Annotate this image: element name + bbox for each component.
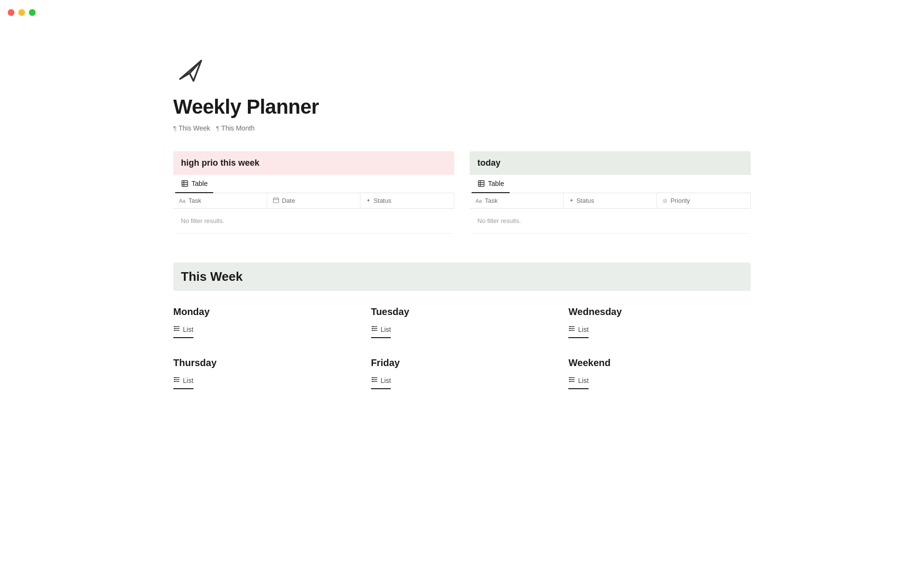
tab-list-wednesday[interactable]: List — [568, 321, 589, 338]
col-priority-today: ◎ Priority — [657, 193, 751, 208]
day-block-monday: Monday List — [173, 306, 356, 338]
day-title-thursday: Thursday — [173, 357, 356, 368]
today-tabs: Table — [470, 175, 751, 193]
svg-point-33 — [174, 377, 175, 378]
day-block-wednesday: Wednesday List — [568, 306, 751, 338]
today-columns: Aa Task ✦ Status ◎ Priority — [470, 193, 751, 209]
para-icon-2: ¶ — [216, 125, 219, 132]
day-block-friday: Friday List — [371, 357, 553, 389]
day-block-thursday: Thursday List — [173, 357, 356, 389]
svg-point-17 — [174, 330, 175, 331]
days-grid-row2: Thursday List — [173, 357, 751, 389]
page-icon — [173, 54, 207, 88]
aa-icon-1: Aa — [179, 198, 185, 204]
day-title-friday: Friday — [371, 357, 553, 368]
high-prio-section: high prio this week Table — [173, 151, 454, 234]
main-content: Weekly Planner ¶ This Week ¶ This Month … — [125, 25, 799, 457]
col-date-high-prio: Date — [267, 193, 361, 208]
date-icon-1 — [273, 197, 279, 204]
svg-point-29 — [569, 330, 570, 331]
link-this-month[interactable]: This Month — [221, 124, 255, 132]
svg-point-39 — [372, 377, 373, 378]
link-this-week[interactable]: This Week — [179, 124, 210, 132]
no-results-high-prio: No filter results. — [173, 209, 454, 234]
svg-point-45 — [569, 377, 570, 378]
table-icon-high-prio — [181, 180, 189, 187]
tab-table-high-prio[interactable]: Table — [175, 175, 213, 193]
titlebar — [0, 0, 924, 25]
svg-point-28 — [569, 328, 570, 329]
tab-list-friday[interactable]: List — [371, 372, 391, 389]
list-icon-weekend — [568, 376, 575, 384]
day-block-tuesday: Tuesday List — [371, 306, 553, 338]
para-icon-1: ¶ — [173, 125, 177, 132]
high-prio-header: high prio this week — [173, 151, 454, 175]
tab-table-today[interactable]: Table — [472, 175, 510, 193]
list-icon-friday — [371, 376, 378, 384]
priority-icon: ◎ — [663, 197, 667, 204]
col-status-today: ✦ Status — [564, 193, 657, 208]
day-title-monday: Monday — [173, 306, 356, 317]
top-grid: high prio this week Table — [173, 151, 751, 234]
svg-point-22 — [372, 328, 373, 329]
high-prio-tabs: Table — [173, 175, 454, 193]
page-title: Weekly Planner — [173, 95, 751, 118]
svg-point-15 — [174, 326, 175, 327]
tab-list-monday[interactable]: List — [173, 321, 193, 338]
col-task-today: Aa Task — [470, 193, 564, 208]
maximize-button[interactable] — [29, 9, 36, 16]
svg-rect-4 — [273, 198, 279, 203]
table-icon-today — [477, 180, 485, 187]
svg-point-23 — [372, 330, 373, 331]
tab-list-thursday[interactable]: List — [173, 372, 193, 389]
today-section: today Table Aa — [470, 151, 751, 234]
svg-point-27 — [569, 326, 570, 327]
this-week-header: This Week — [173, 263, 751, 291]
close-button[interactable] — [8, 9, 14, 16]
today-header: today — [470, 151, 751, 175]
svg-point-46 — [569, 379, 570, 380]
svg-point-16 — [174, 328, 175, 329]
this-week-section: This Week Monday — [173, 263, 751, 389]
svg-point-47 — [569, 381, 570, 382]
day-title-wednesday: Wednesday — [568, 306, 751, 317]
col-task-high-prio: Aa Task — [173, 193, 267, 208]
no-results-today: No filter results. — [470, 209, 751, 234]
list-icon-wednesday — [568, 325, 575, 333]
page-links: ¶ This Week ¶ This Month — [173, 124, 751, 132]
day-block-weekend: Weekend List — [568, 357, 751, 389]
svg-rect-0 — [182, 181, 188, 186]
day-title-tuesday: Tuesday — [371, 306, 553, 317]
list-icon-thursday — [173, 376, 180, 384]
svg-point-21 — [372, 326, 373, 327]
col-status-high-prio: ✦ Status — [360, 193, 454, 208]
minimize-button[interactable] — [18, 9, 25, 16]
high-prio-columns: Aa Task Date ✦ S — [173, 193, 454, 209]
svg-point-35 — [174, 381, 175, 382]
svg-point-40 — [372, 379, 373, 380]
day-title-weekend: Weekend — [568, 357, 751, 368]
aa-icon-2: Aa — [475, 198, 482, 204]
tab-list-weekend[interactable]: List — [568, 372, 589, 389]
tab-list-tuesday[interactable]: List — [371, 321, 391, 338]
svg-point-34 — [174, 379, 175, 380]
list-icon-tuesday — [371, 325, 378, 333]
status-icon-2: ✦ — [569, 197, 574, 204]
svg-point-41 — [372, 381, 373, 382]
status-icon-1: ✦ — [366, 197, 371, 204]
list-icon-monday — [173, 325, 180, 333]
days-grid-row1: Monday List — [173, 306, 751, 338]
svg-rect-8 — [478, 181, 484, 186]
